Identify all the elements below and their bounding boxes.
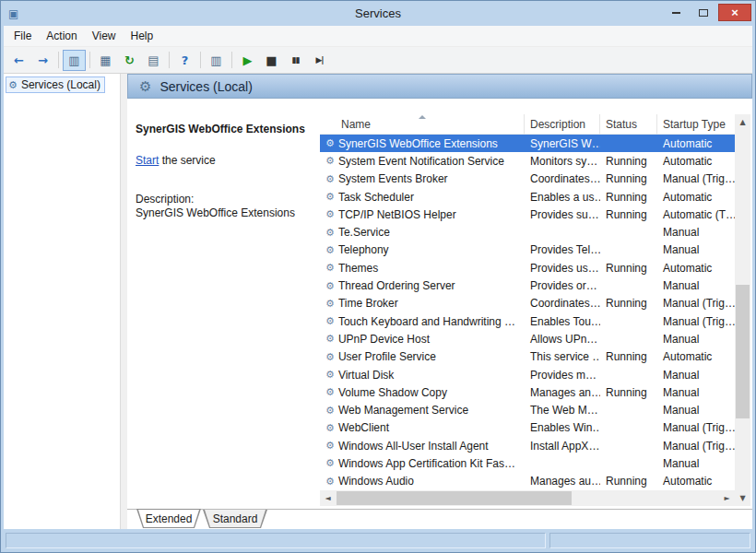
start-service-icon: ▶ [243, 54, 253, 66]
service-name: Task Scheduler [338, 191, 414, 204]
export-list-button[interactable]: ▤ [142, 50, 165, 71]
help-button[interactable]: ? [173, 50, 196, 71]
service-name: Web Management Service [338, 404, 468, 417]
horizontal-scrollbar[interactable]: ◄ ► [320, 490, 735, 506]
table-row[interactable]: ⚙Time BrokerCoordinates…RunningManual (T… [320, 295, 735, 312]
cell-name: ⚙Windows App Certification Kit Fas… [320, 454, 525, 472]
cell-description: Manages an… [525, 383, 600, 401]
close-button[interactable]: × [718, 4, 751, 21]
column-header-name[interactable]: Name [320, 114, 525, 135]
restart-service-icon: ▶| [315, 56, 323, 65]
show-action-pane-button[interactable]: ▥ [205, 50, 228, 71]
panel-splitter[interactable] [121, 74, 127, 529]
scroll-up-button[interactable]: ▲ [735, 114, 750, 130]
menu-view[interactable]: View [85, 27, 124, 45]
table-row[interactable]: ⚙TelephonyProvides Tel…Manual [320, 241, 735, 259]
cell-description: Monitors sy… [525, 152, 600, 170]
service-name: Thread Ordering Server [338, 279, 455, 292]
cell-startup: Manual (Trig… [657, 171, 735, 188]
cell-startup: Manual [657, 401, 735, 418]
table-row[interactable]: ⚙WebClientEnables Win…Manual (Trig… [320, 419, 735, 437]
scroll-right-button[interactable]: ► [719, 490, 735, 506]
scroll-left-icon: ◄ [325, 494, 330, 502]
cell-status: Running [600, 171, 657, 188]
cell-startup: Automatic (T… [657, 206, 735, 223]
column-header-description[interactable]: Description [525, 114, 600, 135]
table-row[interactable]: ⚙System Events BrokerCoordinates…Running… [320, 171, 735, 188]
cell-startup: Manual [657, 454, 735, 472]
table-row[interactable]: ⚙UPnP Device HostAllows UPn…Manual [320, 330, 735, 347]
services-list: NameDescriptionStatusStartup Type ⚙Syner… [320, 114, 752, 509]
cell-startup: Automatic [657, 135, 735, 152]
cell-startup: Automatic [657, 348, 735, 366]
service-gear-icon: ⚙ [325, 244, 335, 256]
tab-extended[interactable]: Extended [136, 509, 201, 528]
forward-button[interactable]: → [31, 50, 54, 71]
table-row[interactable]: ⚙Thread Ordering ServerProvides or…Manua… [320, 276, 735, 294]
cell-name: ⚙Volume Shadow Copy [320, 383, 525, 401]
back-button[interactable]: ← [7, 50, 30, 71]
minimize-button[interactable] [663, 4, 689, 21]
vertical-scroll-thumb[interactable] [736, 285, 750, 418]
start-service-link[interactable]: Start [136, 154, 159, 167]
cell-status: Running [600, 348, 657, 366]
service-gear-icon: ⚙ [325, 208, 335, 220]
table-row[interactable]: ⚙Touch Keyboard and Handwriting …Enables… [320, 312, 735, 330]
maximize-button[interactable] [691, 4, 716, 21]
table-row[interactable]: ⚙Task SchedulerEnables a us…RunningAutom… [320, 188, 735, 206]
service-name: Windows All-User Install Agent [338, 440, 489, 453]
column-header-startup-type[interactable]: Startup Type [657, 114, 735, 135]
cell-description: Provides us… [525, 259, 600, 276]
cell-description: Coordinates… [525, 295, 600, 312]
cell-description: Enables Tou… [525, 312, 600, 330]
title-bar[interactable]: ▣ Services × [1, 1, 755, 26]
table-row[interactable]: ⚙User Profile ServiceThis service …Runni… [320, 348, 735, 366]
refresh-button[interactable]: ↻ [118, 50, 141, 71]
table-row[interactable]: ⚙TCP/IP NetBIOS HelperProvides su…Runnin… [320, 206, 735, 223]
stop-service-button[interactable]: ■ [260, 50, 283, 71]
vertical-scrollbar[interactable]: ▲ ▼ [735, 114, 750, 506]
cell-description: This service … [525, 348, 600, 366]
table-row[interactable]: ⚙Volume Shadow CopyManages an…RunningMan… [320, 383, 735, 401]
column-header-label: Startup Type [663, 118, 726, 131]
table-row[interactable]: ⚙Web Management ServiceThe Web M…Manual [320, 401, 735, 418]
scroll-right-icon: ► [724, 494, 729, 502]
app-body: ⚙ Services (Local) ⚙ Services (Local) Sy… [4, 74, 752, 529]
table-row[interactable]: ⚙Te.ServiceManual [320, 223, 735, 241]
tree-item-services-local[interactable]: ⚙ Services (Local) [6, 76, 105, 93]
pause-service-button[interactable]: ▮▮ [284, 50, 307, 71]
column-header-status[interactable]: Status [600, 114, 657, 135]
table-row[interactable]: ⚙ThemesProvides us…RunningAutomatic [320, 259, 735, 276]
restart-service-button[interactable]: ▶| [308, 50, 331, 71]
properties-button[interactable]: ▦ [94, 50, 117, 71]
cell-description [525, 454, 600, 472]
table-row[interactable]: ⚙Windows App Certification Kit Fas…Manua… [320, 454, 735, 472]
tab-standard[interactable]: Standard [203, 510, 267, 528]
table-row[interactable]: ⚙Virtual DiskProvides m…Manual [320, 366, 735, 383]
scroll-left-button[interactable]: ◄ [320, 490, 336, 506]
table-row[interactable]: ⚙System Event Notification ServiceMonito… [320, 152, 735, 170]
column-header-label: Status [606, 118, 637, 131]
cell-startup: Manual (Trig… [657, 312, 735, 330]
service-name: Touch Keyboard and Handwriting … [338, 315, 515, 328]
window-title: Services [1, 6, 755, 20]
cell-description: Provides or… [525, 276, 600, 294]
start-service-button[interactable]: ▶ [236, 50, 259, 71]
console-tree: ⚙ Services (Local) [4, 74, 121, 529]
export-list-icon: ▤ [148, 54, 159, 66]
table-row[interactable]: ⚙Windows AudioManages au…RunningAutomati… [320, 473, 735, 490]
menu-action[interactable]: Action [39, 27, 84, 45]
menu-file[interactable]: File [6, 27, 39, 45]
toolbar-separator [231, 52, 232, 68]
cell-name: ⚙Virtual Disk [320, 366, 525, 383]
menu-help[interactable]: Help [124, 27, 161, 45]
cell-status [600, 454, 657, 472]
cell-status [600, 401, 657, 418]
table-row[interactable]: ⚙SynerGIS WebOffice ExtensionsSynerGIS W… [320, 135, 735, 152]
scroll-down-button[interactable]: ▼ [735, 490, 750, 506]
table-row[interactable]: ⚙Windows All-User Install AgentInstall A… [320, 437, 735, 454]
horizontal-scroll-thumb[interactable] [337, 491, 572, 505]
show-console-tree-button[interactable]: ▥ [63, 50, 86, 71]
toolbar: ←→▥▦↻▤?▥▶■▮▮▶| [4, 47, 752, 74]
description-label: Description: [136, 193, 314, 206]
